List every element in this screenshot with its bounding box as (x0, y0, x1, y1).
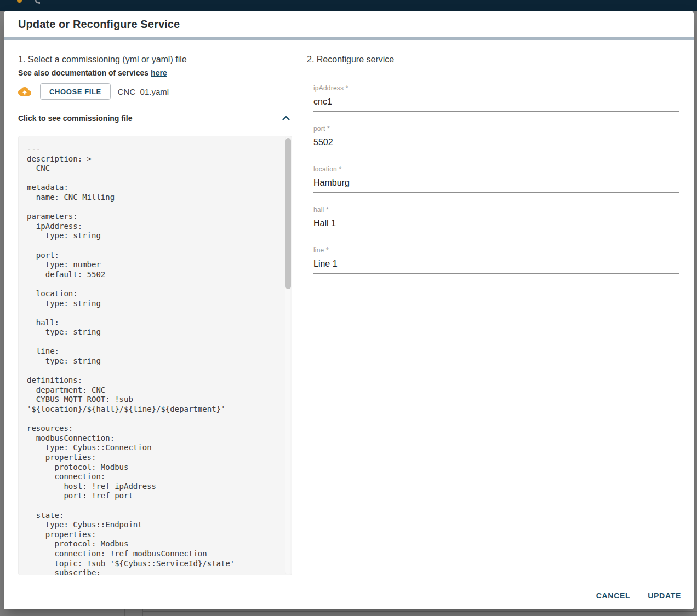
selected-file-name: CNC_01.yaml (118, 87, 169, 96)
file-select-section: 1. Select a commissioning (yml or yaml) … (18, 54, 292, 575)
code-scrollbar-thumb[interactable] (285, 138, 291, 289)
background-table-border (124, 609, 125, 616)
documentation-link[interactable]: here (151, 68, 167, 77)
cloud-upload-icon (18, 85, 31, 98)
field-hall: hall * (313, 206, 679, 233)
step2-title: 2. Reconfigure service (307, 54, 683, 66)
line-input[interactable] (313, 258, 679, 273)
code-scrollbar-track[interactable] (285, 137, 290, 574)
documentation-hint-text: See also documentation of services (18, 68, 148, 77)
field-ipaddress: ipAddress * (313, 85, 679, 112)
reconfigure-section: 2. Reconfigure service ipAddress * port … (307, 54, 683, 287)
commissioning-file-toggle[interactable]: Click to see commissioning file (18, 113, 292, 124)
commissioning-file-toggle-label: Click to see commissioning file (18, 114, 133, 123)
app-logo-fragment-gray (35, 0, 40, 4)
yaml-content: --- description: > CNC metadata: name: C… (19, 136, 292, 575)
dialog-header: Update or Reconfigure Service (4, 11, 694, 32)
parameter-fields: ipAddress * port * location * hall * lin… (313, 85, 679, 274)
ipaddress-input[interactable] (313, 96, 679, 111)
field-port: port * (313, 125, 679, 152)
field-port-label: port * (313, 125, 679, 132)
choose-file-button[interactable]: CHOOSE FILE (40, 83, 111, 100)
field-hall-label: hall * (313, 206, 679, 213)
dialog-header-divider (4, 37, 694, 40)
cancel-button[interactable]: CANCEL (591, 587, 636, 605)
documentation-hint: See also documentation of serviceshere (18, 68, 292, 78)
field-line-label: line * (313, 247, 679, 254)
app-header-bar (0, 0, 697, 11)
dialog-actions: CANCEL UPDATE (591, 587, 686, 605)
step1-title: 1. Select a commissioning (yml or yaml) … (18, 54, 292, 66)
field-line: line * (313, 247, 679, 274)
file-upload-row: CHOOSE FILE CNC_01.yaml (18, 83, 292, 100)
update-service-dialog: Update or Reconfigure Service 1. Select … (4, 11, 694, 609)
chevron-up-icon[interactable] (279, 112, 293, 125)
location-input[interactable] (313, 177, 679, 192)
port-input[interactable] (313, 137, 679, 152)
hall-input[interactable] (313, 218, 679, 233)
app-logo-fragment-orange (17, 0, 22, 3)
field-ipaddress-label: ipAddress * (313, 85, 679, 91)
commissioning-file-viewer: --- description: > CNC metadata: name: C… (18, 136, 292, 575)
update-button[interactable]: UPDATE (643, 587, 686, 605)
field-location-label: location * (313, 166, 679, 172)
background-table-border (143, 611, 697, 612)
dialog-title: Update or Reconfigure Service (18, 16, 679, 32)
field-location: location * (313, 166, 679, 193)
